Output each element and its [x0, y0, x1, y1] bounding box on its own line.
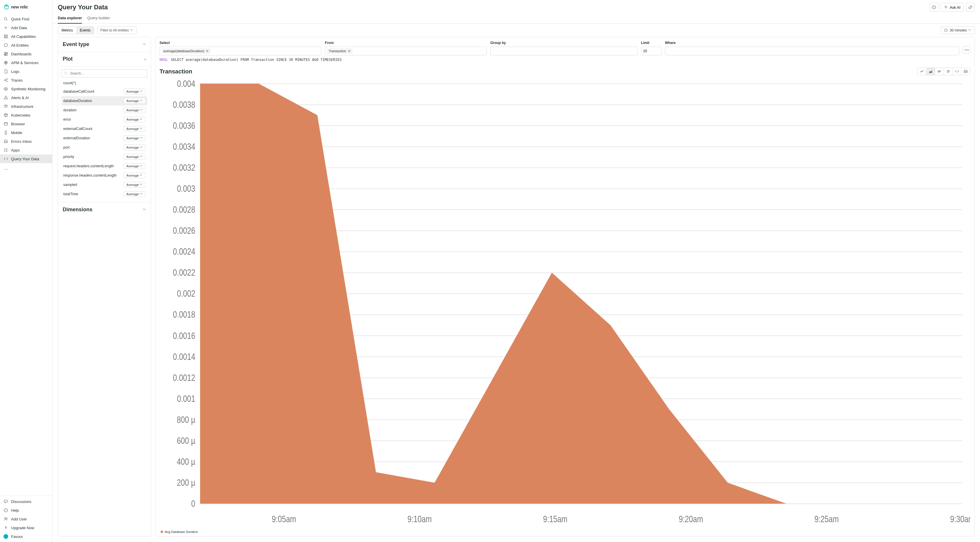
sidebar-item-quick-find[interactable]: Quick Find — [0, 14, 52, 23]
copy-link-button[interactable] — [966, 3, 975, 12]
nav-more[interactable]: ... — [0, 164, 52, 172]
nav-main: Quick FindAdd DataAll CapabilitiesAll En… — [0, 13, 52, 164]
entity-filter[interactable]: Filter to All entities — [97, 27, 137, 34]
plot-item[interactable]: databaseDurationAverage — [62, 96, 147, 106]
area-chart-icon — [929, 70, 933, 73]
sidebar-item-add-data[interactable]: Add Data — [0, 23, 52, 32]
viz-line-button[interactable] — [918, 68, 926, 75]
aggregation-picker[interactable]: Average — [124, 173, 146, 178]
plot-item[interactable]: request.headers.contentLengthAverage — [62, 162, 147, 171]
plot-item[interactable]: externalDurationAverage — [62, 133, 147, 143]
sidebar-item-errors-inbox[interactable]: Errors Inbox — [0, 137, 52, 146]
aggregation-picker[interactable]: Average — [124, 191, 146, 197]
sidebar-item-add-user[interactable]: Add User — [0, 515, 52, 523]
plot-item[interactable]: durationAverage — [62, 106, 147, 115]
viz-bar-button[interactable] — [935, 68, 944, 75]
logo[interactable]: new relic — [0, 0, 52, 13]
viz-table-button[interactable] — [961, 68, 970, 75]
aggregation-picker[interactable]: Average — [124, 107, 146, 113]
dimensions-section[interactable]: Dimensions — [58, 202, 151, 217]
sidebar-item-apm-services[interactable]: APM & Services — [0, 58, 52, 67]
svg-text:9:10am: 9:10am — [407, 514, 432, 524]
plot-item[interactable]: priorityAverage — [62, 152, 147, 162]
viz-json-button[interactable] — [953, 68, 961, 75]
plot-item[interactable]: totalTimeAverage — [62, 189, 147, 199]
plot-item[interactable]: sampledAverage — [62, 180, 147, 189]
sidebar-item-mobile[interactable]: Mobile — [0, 128, 52, 137]
event-type-title: Event type — [63, 41, 89, 48]
plot-item[interactable]: portAverage — [62, 143, 147, 152]
tab-data-explorer[interactable]: Data explorer — [58, 13, 82, 24]
where-input[interactable] — [665, 47, 959, 55]
time-range-picker[interactable]: 30 minutes — [940, 27, 975, 34]
sidebar-item-dashboards[interactable]: Dashboards — [0, 49, 52, 58]
ask-ai-button[interactable]: Ask AI — [940, 3, 964, 12]
svg-point-10 — [5, 80, 5, 81]
sidebar-item-kubernetes[interactable]: Kubernetes — [0, 111, 52, 119]
grid-icon — [3, 34, 8, 39]
remove-tag-icon[interactable] — [206, 49, 209, 52]
group-by-input[interactable] — [490, 47, 638, 55]
aggregation-picker[interactable]: Average — [124, 135, 146, 141]
svg-point-11 — [7, 79, 8, 79]
plus-icon — [3, 25, 8, 30]
select-input[interactable]: average(databaseDuration) — [159, 47, 321, 55]
help-button[interactable]: ? — [929, 3, 938, 12]
svg-text:?: ? — [933, 6, 935, 9]
metrics-button[interactable]: Metrics — [58, 27, 76, 34]
chevron-down-icon — [140, 165, 143, 168]
sidebar-item-synthetic-monitoring[interactable]: Synthetic Monitoring — [0, 84, 52, 93]
sidebar-item-favour[interactable]: Favour — [0, 532, 52, 541]
plot-item[interactable]: count(*) — [62, 79, 147, 87]
limit-input[interactable] — [641, 47, 662, 55]
sidebar-item-label: Add User — [11, 517, 27, 521]
chart-menu-button[interactable] — [963, 46, 970, 54]
plot-item[interactable]: response.headers.contentLengthAverage — [62, 171, 147, 180]
viz-area-button[interactable] — [926, 68, 935, 75]
sidebar-item-all-capabilities[interactable]: All Capabilities — [0, 32, 52, 41]
svg-rect-8 — [5, 55, 6, 55]
sidebar-item-traces[interactable]: Traces — [0, 76, 52, 84]
aggregation-picker[interactable]: Average — [124, 154, 146, 160]
sidebar-item-upgrade-now[interactable]: Upgrade Now — [0, 523, 52, 532]
sidebar-item-discussions[interactable]: Discussions — [0, 497, 52, 506]
sidebar-item-apps[interactable]: Apps — [0, 146, 52, 154]
plot-item[interactable]: externalCallCountAverage — [62, 124, 147, 133]
aggregation-picker[interactable]: Average — [124, 163, 146, 169]
plot-search-input[interactable] — [62, 69, 147, 78]
aggregation-picker[interactable]: Average — [124, 98, 146, 104]
plot-item[interactable]: errorAverage — [62, 115, 147, 124]
tabs: Data explorerQuery builder — [52, 13, 980, 24]
plot-item[interactable]: databaseCallCountAverage — [62, 87, 147, 96]
aggregation-picker[interactable]: Average — [124, 144, 146, 151]
aggregation-picker[interactable]: Average — [124, 117, 146, 122]
from-input[interactable]: Transaction — [325, 47, 487, 55]
sidebar-item-browser[interactable]: Browser — [0, 119, 52, 128]
chevron-down-icon — [140, 137, 143, 139]
events-button[interactable]: Events — [76, 27, 94, 34]
limit-field[interactable] — [643, 49, 659, 53]
sidebar-item-label: Alerts & AI — [11, 95, 29, 100]
sidebar-item-alerts-ai[interactable]: Alerts & AI — [0, 93, 52, 102]
sidebar-item-infrastructure[interactable]: Infrastructure — [0, 102, 52, 111]
viz-pie-button[interactable] — [944, 68, 953, 75]
plot-section-header[interactable]: Plot — [58, 52, 151, 66]
plot-title: Plot — [63, 56, 73, 62]
chat-icon — [3, 499, 8, 504]
chart-title: Transaction — [159, 68, 192, 75]
line-chart-icon — [920, 70, 924, 73]
event-type-section[interactable]: Event type — [58, 37, 151, 52]
tab-query-builder[interactable]: Query builder — [87, 13, 110, 24]
sidebar-item-logs[interactable]: Logs — [0, 67, 52, 76]
sidebar-item-query-your-data[interactable]: Query Your Data — [0, 154, 52, 163]
aggregation-picker[interactable]: Average — [124, 126, 146, 132]
remove-tag-icon[interactable] — [348, 49, 351, 52]
sidebar-item-label: Discussions — [11, 499, 31, 504]
plot-item-label: response.headers.contentLength — [63, 173, 117, 177]
aggregation-picker[interactable]: Average — [124, 89, 146, 94]
sidebar-item-all-entities[interactable]: All Entities — [0, 41, 52, 49]
aggregation-picker[interactable]: Average — [124, 182, 146, 188]
svg-text:0.0012: 0.0012 — [173, 372, 196, 383]
sidebar-item-help[interactable]: ?Help — [0, 506, 52, 515]
svg-text:0.0034: 0.0034 — [173, 141, 196, 152]
